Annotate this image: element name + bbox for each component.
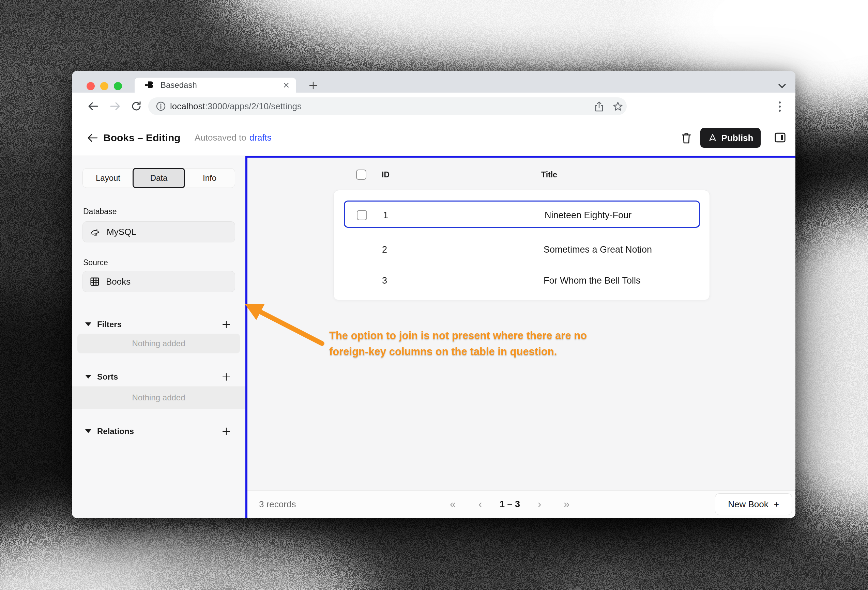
- tab-title: Basedash: [161, 78, 197, 93]
- tab-strip: Basedash: [72, 71, 796, 93]
- sidebar-tabs: Layout Data Info: [83, 168, 235, 188]
- annotation-arrow: [235, 301, 337, 355]
- cell-id: 2: [382, 236, 387, 263]
- app-header: Books – Editing Autosaved todrafts Publi…: [72, 120, 796, 156]
- forward-icon[interactable]: [109, 101, 121, 112]
- desktop-background: Basedash: [0, 0, 868, 590]
- database-value: MySQL: [107, 227, 136, 237]
- table-grid-icon: [90, 277, 100, 287]
- column-header-id: ID: [382, 170, 390, 180]
- close-window-button[interactable]: [87, 82, 95, 90]
- trash-icon[interactable]: [681, 132, 692, 144]
- tab-info[interactable]: Info: [185, 169, 235, 188]
- cell-id: 1: [383, 202, 388, 229]
- source-select[interactable]: Books: [83, 271, 235, 292]
- back-icon[interactable]: [87, 101, 99, 112]
- toggle-panel-icon[interactable]: [774, 132, 786, 143]
- cell-title: Nineteen Eighty-Four: [545, 202, 632, 229]
- address-bar[interactable]: localhost:3000/apps/2/10/settings: [148, 97, 627, 115]
- relations-section-header[interactable]: Relations: [72, 425, 245, 437]
- records-card: 1 Nineteen Eighty-Four 2 Sometimes a Gre…: [333, 190, 710, 300]
- publish-button[interactable]: Publish: [700, 128, 761, 148]
- collapse-triangle-icon: [85, 375, 92, 378]
- first-page-icon[interactable]: «: [450, 491, 456, 518]
- table-footer: 3 records « ‹ 1 – 3 › » New Book +: [247, 490, 796, 518]
- column-header-title: Title: [541, 170, 557, 180]
- collapse-triangle-icon: [85, 429, 92, 433]
- database-select[interactable]: MySQL: [83, 221, 235, 243]
- table-row[interactable]: 2 Sometimes a Great Notion: [344, 236, 700, 263]
- drafts-link[interactable]: drafts: [249, 132, 272, 143]
- relations-label: Relations: [97, 425, 134, 437]
- annotation-line2: foreign-key columns on the table in ques…: [329, 344, 673, 359]
- tab-layout[interactable]: Layout: [83, 169, 133, 188]
- cell-title: For Whom the Bell Tolls: [543, 267, 641, 294]
- mysql-dolphin-icon: [90, 227, 100, 237]
- new-book-button[interactable]: New Book +: [715, 493, 792, 515]
- select-all-checkbox[interactable]: [356, 169, 366, 180]
- url-text: localhost:3000/apps/2/10/settings: [170, 97, 302, 115]
- sorts-label: Sorts: [97, 371, 118, 383]
- bookmark-star-icon[interactable]: [613, 101, 623, 112]
- next-page-icon[interactable]: ›: [538, 491, 541, 518]
- table-row[interactable]: 1 Nineteen Eighty-Four: [344, 200, 700, 228]
- cell-title: Sometimes a Great Notion: [543, 236, 652, 263]
- autosave-prefix: Autosaved to: [195, 132, 247, 143]
- add-filter-icon[interactable]: [221, 319, 232, 330]
- settings-sidebar: Layout Data Info Database MySQL Source: [72, 156, 245, 518]
- url-path: :3000/apps/2/10/settings: [205, 101, 302, 111]
- reload-icon[interactable]: [130, 101, 142, 112]
- minimize-window-button[interactable]: [100, 82, 108, 90]
- filters-section-header[interactable]: Filters: [72, 319, 245, 330]
- last-page-icon[interactable]: »: [564, 491, 570, 518]
- collapse-triangle-icon: [85, 322, 92, 326]
- sorts-empty-state: Nothing added: [72, 386, 245, 409]
- browser-tab[interactable]: Basedash: [134, 78, 296, 93]
- sorts-section-header[interactable]: Sorts: [72, 371, 245, 383]
- table-row[interactable]: 3 For Whom the Bell Tolls: [344, 267, 700, 294]
- app-back-icon[interactable]: [87, 133, 99, 143]
- basedash-favicon-icon: [145, 81, 154, 90]
- source-label: Source: [83, 258, 108, 267]
- tab-search-chevron-icon[interactable]: [777, 83, 787, 90]
- share-icon[interactable]: [594, 101, 604, 112]
- site-info-icon[interactable]: [156, 101, 166, 111]
- row-checkbox[interactable]: [357, 210, 367, 220]
- url-bar: localhost:3000/apps/2/10/settings: [72, 93, 796, 120]
- page-title: Books – Editing: [103, 120, 181, 156]
- prev-page-icon[interactable]: ‹: [478, 491, 482, 518]
- new-tab-icon[interactable]: [309, 81, 317, 90]
- add-sort-icon[interactable]: [221, 372, 232, 382]
- new-book-label: New Book: [728, 499, 769, 510]
- plus-icon: +: [774, 499, 779, 510]
- tab-data[interactable]: Data: [133, 168, 185, 188]
- cell-id: 3: [382, 267, 387, 294]
- filters-label: Filters: [97, 319, 122, 330]
- annotation-line1: The option to join is not present where …: [329, 328, 673, 344]
- filters-empty-state: Nothing added: [77, 334, 240, 353]
- url-host: localhost: [170, 101, 205, 111]
- browser-menu-icon[interactable]: [778, 101, 781, 112]
- record-count: 3 records: [259, 491, 296, 518]
- page-range: 1 – 3: [491, 491, 528, 518]
- browser-window: Basedash: [72, 71, 796, 518]
- publish-label: Publish: [722, 133, 753, 143]
- autosave-status: Autosaved todrafts: [195, 120, 272, 156]
- publish-icon: [708, 133, 717, 143]
- database-label: Database: [83, 207, 117, 216]
- source-value: Books: [106, 277, 130, 287]
- tab-close-icon[interactable]: [282, 81, 290, 89]
- annotation-text: The option to join is not present where …: [329, 328, 673, 359]
- add-relation-icon[interactable]: [221, 426, 232, 437]
- zoom-window-button[interactable]: [114, 82, 122, 90]
